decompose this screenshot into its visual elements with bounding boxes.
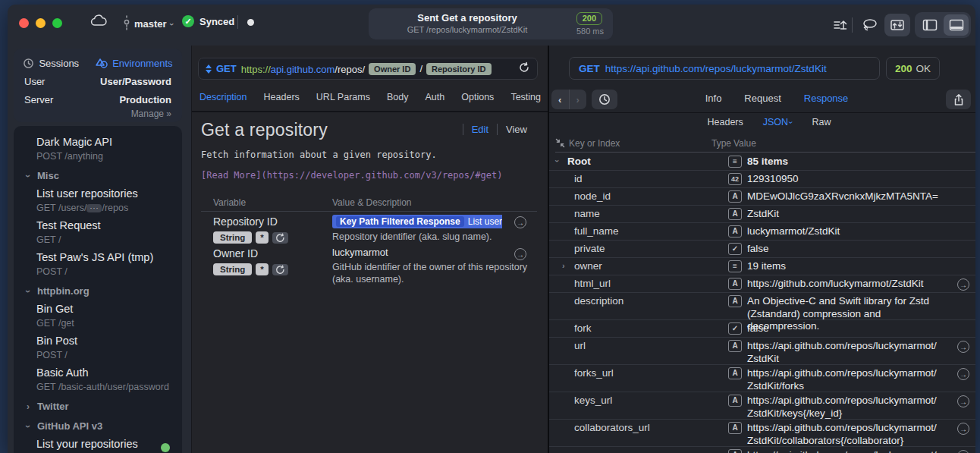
sidebar-group-httpbin-org[interactable]: ›httpbin.org [14, 279, 182, 299]
variable-value[interactable]: luckymarmot [332, 247, 502, 258]
view-doc-button[interactable]: View [497, 124, 536, 135]
doc-read-more-link[interactable]: [Read More](https://developer.github.com… [201, 170, 502, 181]
url-bar[interactable]: GET https://api.github.com/repos/ Owner … [198, 58, 538, 80]
json-row-html-url[interactable]: html_urlAhttps://github.com/luckymarmot/… [549, 275, 975, 293]
sidebar-request-test-paw-s-js-api-tmp[interactable]: Test Paw's JS API (tmp)POST / [14, 247, 182, 279]
tab-headers[interactable]: Headers [708, 117, 743, 127]
tab-body[interactable]: Body [387, 92, 409, 102]
json-row-private[interactable]: private✓false [549, 241, 975, 258]
send-request-button[interactable] [829, 14, 852, 36]
history-back-button[interactable]: ‹ [551, 90, 570, 109]
sidebar-request-test-request[interactable]: Test RequestGET / [14, 215, 182, 247]
manage-environments-link[interactable]: Manage » [14, 105, 182, 119]
goto-arrow-icon[interactable]: → [514, 248, 526, 260]
chevron-down-icon[interactable]: › [553, 159, 562, 162]
tab-json[interactable]: JSON› [763, 117, 793, 127]
sidebar-request-dark-magic-api[interactable]: Dark Magic APIPOST /anything [14, 132, 182, 164]
dynamic-value-selection[interactable]: Key Path Filtered ResponseList user rep… [332, 215, 502, 228]
sync-link-icon[interactable] [272, 264, 288, 275]
sidebar-request-bin-post[interactable]: Bin PostPOST / [14, 331, 182, 363]
env-row-user[interactable]: User User/Password [14, 76, 182, 87]
json-row-owner[interactable]: ›owner≡19 items [549, 258, 975, 275]
tab-request[interactable]: Request [744, 93, 781, 104]
import-export-button[interactable] [884, 14, 910, 36]
type-badge[interactable]: String [213, 263, 252, 275]
chevron-right-icon[interactable]: › [24, 401, 32, 412]
required-badge[interactable]: * [256, 263, 268, 275]
goto-arrow-icon[interactable]: → [957, 450, 969, 453]
json-row-forks-url[interactable]: forks_urlAhttps://api.github.com/repos/l… [549, 365, 975, 392]
tab-auth[interactable]: Auth [426, 92, 445, 102]
history-clock-button[interactable] [592, 90, 617, 109]
tab-description[interactable]: Description [199, 92, 247, 102]
share-button[interactable] [946, 90, 971, 109]
json-row-id[interactable]: id42129310950 [549, 171, 975, 188]
edit-doc-button[interactable]: Edit [463, 124, 497, 135]
chevron-down-icon[interactable]: › [23, 172, 33, 180]
activity-status-pill[interactable]: Sent Get a repository GET /repos/luckyma… [369, 8, 613, 39]
minimize-window-button[interactable] [36, 18, 46, 28]
json-row-description[interactable]: descriptionAAn Objective-C and Swift lib… [549, 293, 975, 320]
sent-request-summary[interactable]: GET https://api.github.com/repos/luckyma… [569, 57, 880, 80]
tab-raw[interactable]: Raw [812, 117, 831, 127]
variable-row-repository-id[interactable]: Repository IDString*Key Path Filtered Re… [201, 212, 537, 244]
method-label[interactable]: GET [216, 63, 237, 74]
tab-environments[interactable]: Environments [96, 58, 172, 69]
sync-status[interactable]: ✓ Synced [182, 15, 234, 27]
tab-json[interactable]: JSON [763, 117, 788, 127]
json-row-node-id[interactable]: node_idAMDEwOlJlcG9zaXRvcnkxMjkzMTA5NTA= [549, 188, 975, 206]
branch-selector[interactable]: master › [123, 15, 173, 33]
toggle-bottom-panel-button[interactable] [944, 14, 969, 36]
goto-arrow-icon[interactable]: → [957, 368, 969, 380]
url-token-owner-id[interactable]: Owner ID [369, 63, 416, 75]
toggle-left-sidebar-button[interactable] [917, 14, 942, 36]
tab-url-params[interactable]: URL Params [316, 92, 370, 102]
url-field[interactable]: https://api.github.com/repos/ Owner ID /… [241, 62, 492, 76]
goto-arrow-icon[interactable]: → [514, 216, 526, 228]
history-forward-button[interactable]: › [570, 90, 587, 109]
sidebar-request-bin-get[interactable]: Bin GetGET /get [14, 299, 182, 331]
sidebar-group-twitter[interactable]: ›Twitter [14, 395, 182, 414]
chevron-down-icon[interactable]: › [23, 423, 33, 430]
variable-value[interactable]: Key Path Filtered ResponseList user rep… [332, 215, 502, 228]
cloud-sync-icon[interactable] [90, 14, 108, 31]
sync-link-icon[interactable] [272, 232, 288, 244]
method-stepper-icon[interactable] [206, 64, 212, 74]
sidebar-request-list-user-repositories[interactable]: List user repositoriesGET /users/···/rep… [14, 184, 182, 215]
lasso-select-button[interactable] [859, 14, 881, 36]
dynamic-value-token[interactable]: Key Path Filtered Response [336, 216, 464, 227]
goto-arrow-icon[interactable]: → [957, 423, 969, 435]
variable-row-owner-id[interactable]: Owner IDString*luckymarmot→GitHub identi… [201, 244, 537, 288]
tab-testing[interactable]: Testing [510, 92, 541, 102]
url-token-repository-id[interactable]: Repository ID [426, 63, 492, 75]
json-row-fork[interactable]: fork✓false [549, 320, 975, 338]
goto-arrow-icon[interactable]: → [957, 395, 969, 407]
zoom-window-button[interactable] [52, 18, 62, 28]
key-column-header[interactable]: Key or Index [569, 138, 620, 149]
tab-headers[interactable]: Headers [264, 92, 300, 102]
type-badge[interactable]: String [213, 231, 252, 244]
tab-response[interactable]: Response [804, 93, 849, 104]
json-row-full-name[interactable]: full_nameAluckymarmot/ZstdKit [549, 223, 975, 241]
sidebar-request-basic-auth[interactable]: Basic AuthGET /basic-auth/user/password [14, 363, 182, 395]
collapse-all-icon[interactable] [555, 138, 565, 150]
tab-sessions[interactable]: Sessions [23, 58, 79, 69]
type-column-header[interactable]: Type [711, 138, 731, 149]
json-row-root[interactable]: ›Root≡85 items [549, 153, 975, 171]
refresh-icon[interactable] [518, 61, 530, 77]
sidebar-group-misc[interactable]: ›Misc [14, 164, 182, 184]
json-row-keys-url[interactable]: keys_urlAhttps://api.github.com/repos/lu… [549, 392, 975, 420]
goto-arrow-icon[interactable]: → [957, 278, 969, 291]
goto-arrow-icon[interactable]: → [957, 341, 969, 353]
json-row-collaborators-url[interactable]: collaborators_urlAhttps://api.github.com… [549, 420, 975, 447]
tab-info[interactable]: Info [705, 93, 722, 104]
env-row-server[interactable]: Server Production [14, 94, 182, 105]
json-row-partial[interactable]: Ahttps://api.github.com/repos/luckymarmo… [549, 447, 975, 453]
sidebar-group-github-api-v3[interactable]: ›GitHub API v3 [14, 414, 182, 434]
chevron-down-icon[interactable]: › [23, 288, 33, 295]
json-row-name[interactable]: nameAZstdKit [549, 206, 975, 223]
sidebar-request-list-your-repositories[interactable]: List your repositoriesGET /user/repos [14, 434, 182, 453]
json-row-url[interactable]: urlAhttps://api.github.com/repos/luckyma… [549, 338, 975, 365]
chevron-right-icon[interactable]: › [562, 261, 565, 270]
close-window-button[interactable] [19, 18, 29, 28]
